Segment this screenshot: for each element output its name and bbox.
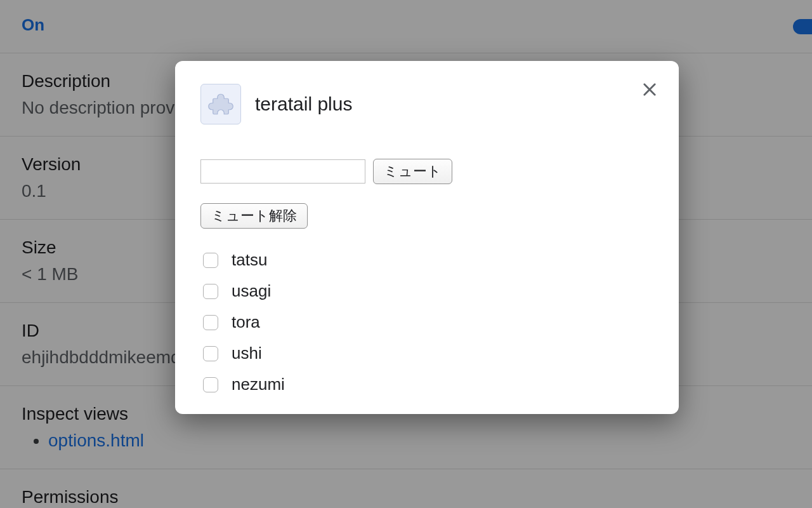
list-item-label: ushi (232, 344, 262, 363)
dialog-title: teratail plus (255, 93, 352, 115)
mute-checkbox[interactable] (203, 253, 218, 268)
extension-icon (200, 84, 241, 124)
list-item-label: tatsu (232, 250, 267, 270)
list-item[interactable]: ushi (200, 344, 653, 363)
list-item[interactable]: tatsu (200, 250, 653, 270)
close-button[interactable] (638, 79, 661, 102)
mute-button[interactable]: ミュート (373, 159, 452, 184)
close-icon (641, 91, 658, 100)
muted-list: tatsu usagi tora ushi nezumi (200, 250, 653, 394)
mute-checkbox[interactable] (203, 315, 218, 330)
list-item-label: tora (232, 312, 260, 332)
list-item-label: nezumi (232, 375, 285, 394)
list-item[interactable]: nezumi (200, 375, 653, 394)
mute-checkbox[interactable] (203, 377, 218, 392)
unmute-button[interactable]: ミュート解除 (200, 203, 308, 229)
extension-options-dialog: teratail plus ミュート ミュート解除 tatsu usagi (175, 61, 679, 414)
list-item-label: usagi (232, 281, 271, 301)
list-item[interactable]: usagi (200, 281, 653, 301)
mute-input[interactable] (200, 159, 365, 184)
list-item[interactable]: tora (200, 312, 653, 332)
mute-checkbox[interactable] (203, 284, 218, 299)
mute-checkbox[interactable] (203, 346, 218, 361)
